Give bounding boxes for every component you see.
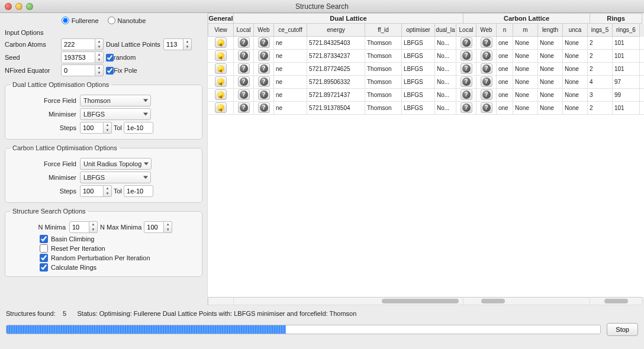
carbon-web-icon[interactable]: ? [481, 50, 492, 61]
cell-length: None [538, 50, 563, 62]
spinner-icon[interactable]: ▲▼ [104, 185, 112, 197]
view-back-icon[interactable] [215, 76, 227, 87]
view-back-icon[interactable] [215, 102, 227, 113]
nminima-input[interactable] [69, 221, 89, 233]
col-length[interactable]: length [538, 24, 563, 37]
random-checkbox[interactable] [106, 54, 114, 62]
progress-fill [7, 325, 286, 334]
table-row[interactable]: ??ne5721.91378504ThomsonLBFGSNo...??oneN… [208, 102, 644, 115]
basin-climbing-checkbox[interactable] [40, 235, 48, 243]
table-row[interactable]: ??ne5721.84325403ThomsonLBFGSNo...??oneN… [208, 37, 644, 50]
table-row[interactable]: ??ne5721.87724625ThomsonLBFGSNo...??oneN… [208, 63, 644, 76]
dual-web-icon[interactable]: ? [258, 89, 270, 100]
carbon-ff-select[interactable]: Unit Radius Topolog [80, 158, 152, 170]
col-n[interactable]: n [497, 24, 513, 37]
random-perturb-checkbox[interactable] [40, 254, 48, 262]
scrollbar-carbon[interactable] [463, 297, 590, 305]
carbon-local-icon[interactable]: ? [461, 37, 472, 48]
scrollbar-dual[interactable] [234, 297, 463, 305]
col-m[interactable]: m [513, 24, 538, 37]
col-optimiser[interactable]: optimiser [402, 24, 435, 37]
table-row[interactable]: ??ne5721.89721437ThomsonLBFGSNo...??oneN… [208, 89, 644, 102]
col-carbon-web[interactable]: Web [476, 24, 497, 37]
view-back-icon[interactable] [215, 63, 227, 74]
nfixed-equator-input[interactable] [61, 64, 95, 76]
nmaxminima-input[interactable] [144, 221, 164, 233]
reset-iteration-checkbox[interactable] [40, 244, 48, 253]
seed-input[interactable] [61, 51, 95, 63]
carbon-web-icon[interactable]: ? [481, 76, 492, 87]
col-ff[interactable]: ff_id [365, 24, 402, 37]
dual-web-icon[interactable]: ? [258, 102, 270, 113]
dual-local-icon[interactable]: ? [238, 89, 250, 100]
col-dual-lat[interactable]: dual_la [435, 24, 456, 37]
col-dual-local[interactable]: Local [234, 24, 254, 37]
cell-ecut: ne [274, 63, 307, 75]
structures-found-count: 5 [63, 310, 66, 317]
carbon-min-select[interactable]: LBFGS [80, 172, 151, 183]
radio-nanotube[interactable]: Nanotube [108, 17, 146, 24]
carbon-local-icon[interactable]: ? [461, 102, 472, 113]
stop-button[interactable]: Stop [607, 323, 638, 336]
spinner-icon[interactable]: ▲▼ [89, 221, 98, 233]
dual-local-icon[interactable]: ? [238, 63, 250, 74]
carbon-local-icon[interactable]: ? [461, 76, 472, 87]
dual-local-icon[interactable]: ? [238, 50, 250, 61]
scrollbar-rings[interactable] [590, 297, 642, 305]
carbon-local-icon[interactable]: ? [461, 50, 472, 61]
cell-n: one [497, 37, 513, 49]
col-unca[interactable]: unca [563, 24, 588, 37]
carbon-local-icon[interactable]: ? [461, 89, 472, 100]
col-rings6[interactable]: rings_6 [613, 24, 640, 37]
view-back-icon[interactable] [215, 50, 227, 61]
col-dual-web[interactable]: Web [254, 24, 274, 37]
carbon-web-icon[interactable]: ? [481, 37, 492, 48]
group-rings: Rings [590, 13, 642, 24]
dual-local-icon[interactable]: ? [238, 76, 250, 87]
calculate-rings-checkbox[interactable] [40, 263, 48, 272]
carbon-min-label: Minimiser [10, 174, 80, 181]
carbon-web-icon[interactable]: ? [481, 89, 492, 100]
dual-min-select[interactable]: LBFGS [80, 108, 151, 120]
dual-web-icon[interactable]: ? [258, 50, 270, 61]
col-carbon-local[interactable]: Local [456, 24, 476, 37]
dual-tol-input[interactable] [124, 122, 153, 134]
cell-m: None [513, 50, 538, 62]
spinner-icon[interactable]: ▲▼ [104, 122, 112, 134]
cell-ecut: ne [274, 102, 307, 114]
dual-web-icon[interactable]: ? [258, 63, 270, 74]
table-row[interactable]: ??ne5721.87334237ThomsonLBFGSNo...??oneN… [208, 50, 644, 63]
spinner-icon[interactable]: ▲▼ [95, 64, 104, 76]
radio-fullerene[interactable]: Fullerene [62, 17, 99, 24]
dual-steps-input[interactable] [80, 122, 104, 134]
fix-pole-checkbox[interactable] [106, 67, 114, 75]
dual-web-icon[interactable]: ? [258, 37, 270, 48]
dual-local-icon[interactable]: ? [238, 102, 250, 113]
col-view[interactable]: View [208, 24, 234, 37]
carbon-atoms-input[interactable] [61, 38, 95, 50]
table-row[interactable]: ??ne5721.89506332ThomsonLBFGSNo...??oneN… [208, 76, 644, 89]
dual-web-icon[interactable]: ? [258, 76, 270, 87]
dual-lattice-points-input[interactable] [163, 38, 183, 50]
cell-optimiser: LBFGS [402, 76, 435, 88]
view-back-icon[interactable] [215, 89, 227, 100]
spinner-icon[interactable]: ▲▼ [95, 51, 104, 63]
spinner-icon[interactable]: ▲▼ [95, 38, 104, 50]
col-energy[interactable]: energy [307, 24, 365, 37]
fix-pole-label: Fix Pole [114, 67, 137, 74]
carbon-local-icon[interactable]: ? [461, 63, 472, 74]
carbon-web-icon[interactable]: ? [481, 102, 492, 113]
carbon-web-icon[interactable]: ? [481, 63, 492, 74]
carbon-tol-input[interactable] [124, 185, 153, 197]
col-ecut[interactable]: ce_cutoff [274, 24, 307, 37]
calculate-rings-label: Calculate Rings [51, 264, 96, 271]
col-rings5[interactable]: ings_5 [588, 24, 613, 37]
spinner-icon[interactable]: ▲▼ [164, 221, 172, 233]
view-back-icon[interactable] [215, 37, 227, 48]
carbon-steps-input[interactable] [80, 185, 104, 197]
dual-local-icon[interactable]: ? [238, 37, 250, 48]
cell-n: one [497, 63, 513, 75]
spinner-icon[interactable]: ▲▼ [183, 38, 192, 50]
dual-lattice-points-label: Dual Lattice Points [106, 41, 162, 48]
dual-ff-select[interactable]: Thomson [80, 95, 151, 106]
